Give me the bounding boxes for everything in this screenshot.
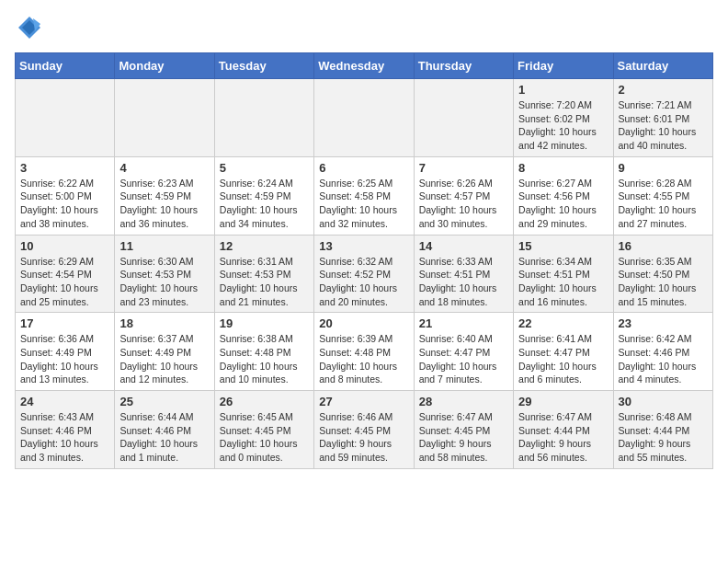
day-number: 14 bbox=[419, 239, 508, 253]
day-number: 22 bbox=[518, 316, 608, 330]
day-detail: Sunrise: 6:35 AM Sunset: 4:50 PM Dayligh… bbox=[619, 255, 708, 309]
day-header-tuesday: Tuesday bbox=[214, 53, 313, 79]
day-detail: Sunrise: 6:27 AM Sunset: 4:56 PM Dayligh… bbox=[518, 177, 608, 231]
day-cell: 25Sunrise: 6:44 AM Sunset: 4:46 PM Dayli… bbox=[115, 391, 214, 469]
day-detail: Sunrise: 6:22 AM Sunset: 5:00 PM Dayligh… bbox=[20, 177, 109, 231]
day-detail: Sunrise: 6:44 AM Sunset: 4:46 PM Dayligh… bbox=[119, 410, 209, 465]
day-detail: Sunrise: 6:38 AM Sunset: 4:48 PM Dayligh… bbox=[220, 332, 309, 386]
week-row-1: 1Sunrise: 7:20 AM Sunset: 6:02 PM Daylig… bbox=[16, 79, 713, 157]
day-cell: 4Sunrise: 6:23 AM Sunset: 4:59 PM Daylig… bbox=[115, 156, 214, 235]
day-cell: 3Sunrise: 6:22 AM Sunset: 5:00 PM Daylig… bbox=[16, 156, 115, 235]
day-number: 8 bbox=[518, 161, 608, 175]
day-detail: Sunrise: 6:40 AM Sunset: 4:47 PM Dayligh… bbox=[419, 332, 508, 386]
day-detail: Sunrise: 6:47 AM Sunset: 4:45 PM Dayligh… bbox=[419, 410, 508, 465]
day-number: 9 bbox=[619, 161, 708, 175]
day-detail: Sunrise: 6:43 AM Sunset: 4:46 PM Dayligh… bbox=[20, 410, 109, 465]
day-number: 13 bbox=[319, 239, 408, 253]
day-detail: Sunrise: 6:34 AM Sunset: 4:51 PM Dayligh… bbox=[518, 255, 608, 309]
day-detail: Sunrise: 7:20 AM Sunset: 6:02 PM Dayligh… bbox=[518, 98, 608, 153]
day-number: 24 bbox=[20, 395, 109, 408]
day-detail: Sunrise: 7:21 AM Sunset: 6:01 PM Dayligh… bbox=[619, 98, 708, 153]
day-detail: Sunrise: 6:48 AM Sunset: 4:44 PM Dayligh… bbox=[619, 410, 708, 465]
day-number: 19 bbox=[220, 316, 309, 330]
day-number: 28 bbox=[419, 395, 508, 408]
day-number: 7 bbox=[419, 161, 508, 175]
day-cell: 23Sunrise: 6:42 AM Sunset: 4:46 PM Dayli… bbox=[613, 313, 712, 391]
day-number: 2 bbox=[619, 83, 708, 97]
day-cell bbox=[214, 79, 313, 157]
day-cell: 30Sunrise: 6:48 AM Sunset: 4:44 PM Dayli… bbox=[613, 391, 712, 469]
day-detail: Sunrise: 6:31 AM Sunset: 4:53 PM Dayligh… bbox=[220, 255, 309, 309]
day-cell: 7Sunrise: 6:26 AM Sunset: 4:57 PM Daylig… bbox=[414, 156, 513, 235]
day-number: 29 bbox=[518, 395, 608, 408]
day-header-sunday: Sunday bbox=[16, 53, 115, 79]
week-row-5: 24Sunrise: 6:43 AM Sunset: 4:46 PM Dayli… bbox=[16, 391, 713, 469]
day-cell: 17Sunrise: 6:36 AM Sunset: 4:49 PM Dayli… bbox=[16, 313, 115, 391]
week-row-2: 3Sunrise: 6:22 AM Sunset: 5:00 PM Daylig… bbox=[16, 156, 713, 235]
day-detail: Sunrise: 6:26 AM Sunset: 4:57 PM Dayligh… bbox=[419, 177, 508, 231]
day-cell: 21Sunrise: 6:40 AM Sunset: 4:47 PM Dayli… bbox=[414, 313, 513, 391]
day-number: 4 bbox=[119, 161, 209, 175]
day-number: 18 bbox=[119, 316, 209, 330]
day-number: 27 bbox=[319, 395, 408, 408]
day-cell: 18Sunrise: 6:37 AM Sunset: 4:49 PM Dayli… bbox=[115, 313, 214, 391]
day-number: 21 bbox=[419, 316, 508, 330]
day-cell: 11Sunrise: 6:30 AM Sunset: 4:53 PM Dayli… bbox=[115, 235, 214, 313]
day-cell: 24Sunrise: 6:43 AM Sunset: 4:46 PM Dayli… bbox=[16, 391, 115, 469]
day-number: 25 bbox=[119, 395, 209, 408]
week-row-4: 17Sunrise: 6:36 AM Sunset: 4:49 PM Dayli… bbox=[16, 313, 713, 391]
day-cell bbox=[16, 79, 115, 157]
day-number: 20 bbox=[319, 316, 408, 330]
day-header-row: SundayMondayTuesdayWednesdayThursdayFrid… bbox=[16, 53, 713, 79]
day-number: 6 bbox=[319, 161, 408, 175]
day-number: 10 bbox=[20, 239, 109, 253]
day-cell bbox=[115, 79, 214, 157]
day-detail: Sunrise: 6:33 AM Sunset: 4:51 PM Dayligh… bbox=[419, 255, 508, 309]
day-header-friday: Friday bbox=[514, 53, 613, 79]
day-cell: 26Sunrise: 6:45 AM Sunset: 4:45 PM Dayli… bbox=[214, 391, 313, 469]
day-header-monday: Monday bbox=[115, 53, 214, 79]
day-cell: 22Sunrise: 6:41 AM Sunset: 4:47 PM Dayli… bbox=[514, 313, 613, 391]
day-cell: 15Sunrise: 6:34 AM Sunset: 4:51 PM Dayli… bbox=[514, 235, 613, 313]
day-number: 15 bbox=[518, 239, 608, 253]
day-number: 1 bbox=[518, 83, 608, 97]
day-detail: Sunrise: 6:32 AM Sunset: 4:52 PM Dayligh… bbox=[319, 255, 408, 309]
day-cell: 6Sunrise: 6:25 AM Sunset: 4:58 PM Daylig… bbox=[314, 156, 414, 235]
day-cell: 14Sunrise: 6:33 AM Sunset: 4:51 PM Dayli… bbox=[414, 235, 513, 313]
day-detail: Sunrise: 6:45 AM Sunset: 4:45 PM Dayligh… bbox=[220, 410, 309, 465]
day-number: 17 bbox=[20, 316, 109, 330]
day-cell: 2Sunrise: 7:21 AM Sunset: 6:01 PM Daylig… bbox=[613, 79, 712, 157]
day-detail: Sunrise: 6:25 AM Sunset: 4:58 PM Dayligh… bbox=[319, 177, 408, 231]
day-number: 26 bbox=[220, 395, 309, 408]
day-cell: 16Sunrise: 6:35 AM Sunset: 4:50 PM Dayli… bbox=[613, 235, 712, 313]
day-number: 23 bbox=[619, 316, 708, 330]
day-cell: 29Sunrise: 6:47 AM Sunset: 4:44 PM Dayli… bbox=[514, 391, 613, 469]
day-cell bbox=[314, 79, 414, 157]
day-number: 3 bbox=[20, 161, 109, 175]
calendar-table: SundayMondayTuesdayWednesdayThursdayFrid… bbox=[15, 52, 713, 469]
day-number: 12 bbox=[220, 239, 309, 253]
day-cell: 8Sunrise: 6:27 AM Sunset: 4:56 PM Daylig… bbox=[514, 156, 613, 235]
day-cell: 5Sunrise: 6:24 AM Sunset: 4:59 PM Daylig… bbox=[214, 156, 313, 235]
day-detail: Sunrise: 6:28 AM Sunset: 4:55 PM Dayligh… bbox=[619, 177, 708, 231]
page-header bbox=[15, 15, 713, 45]
day-detail: Sunrise: 6:36 AM Sunset: 4:49 PM Dayligh… bbox=[20, 332, 109, 386]
day-cell: 20Sunrise: 6:39 AM Sunset: 4:48 PM Dayli… bbox=[314, 313, 414, 391]
day-cell: 19Sunrise: 6:38 AM Sunset: 4:48 PM Dayli… bbox=[214, 313, 313, 391]
day-cell: 9Sunrise: 6:28 AM Sunset: 4:55 PM Daylig… bbox=[613, 156, 712, 235]
logo-text bbox=[15, 15, 42, 45]
logo-icon bbox=[17, 15, 42, 40]
day-cell: 10Sunrise: 6:29 AM Sunset: 4:54 PM Dayli… bbox=[16, 235, 115, 313]
day-header-wednesday: Wednesday bbox=[314, 53, 414, 79]
day-header-thursday: Thursday bbox=[414, 53, 513, 79]
day-header-saturday: Saturday bbox=[613, 53, 712, 79]
week-row-3: 10Sunrise: 6:29 AM Sunset: 4:54 PM Dayli… bbox=[16, 235, 713, 313]
day-detail: Sunrise: 6:30 AM Sunset: 4:53 PM Dayligh… bbox=[119, 255, 209, 309]
day-number: 5 bbox=[220, 161, 309, 175]
day-detail: Sunrise: 6:29 AM Sunset: 4:54 PM Dayligh… bbox=[20, 255, 109, 309]
day-cell: 13Sunrise: 6:32 AM Sunset: 4:52 PM Dayli… bbox=[314, 235, 414, 313]
day-detail: Sunrise: 6:47 AM Sunset: 4:44 PM Dayligh… bbox=[518, 410, 608, 465]
day-detail: Sunrise: 6:46 AM Sunset: 4:45 PM Dayligh… bbox=[319, 410, 408, 465]
day-number: 30 bbox=[619, 395, 708, 408]
logo bbox=[15, 15, 42, 45]
